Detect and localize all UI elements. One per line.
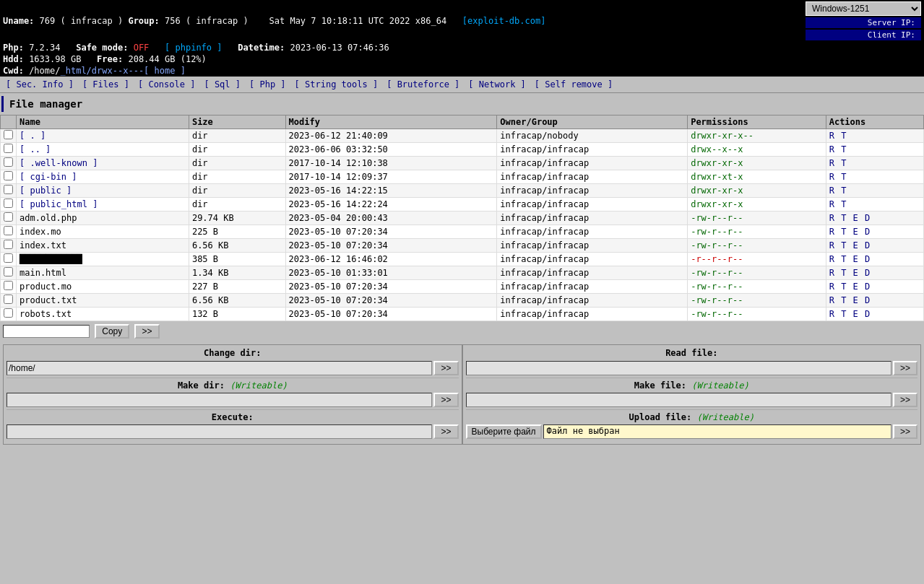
file-actions[interactable]: R T: [826, 157, 923, 170]
action-e[interactable]: E: [853, 213, 863, 223]
action-r[interactable]: R: [829, 254, 839, 264]
action-r[interactable]: R: [829, 158, 839, 168]
dir-link[interactable]: [ .. ]: [20, 144, 51, 154]
file-name[interactable]: [ cgi-bin ]: [17, 170, 189, 184]
nav-console[interactable]: [ Console ]: [134, 79, 199, 90]
make-dir-input[interactable]: [7, 393, 432, 407]
row-checkbox[interactable]: [4, 212, 13, 222]
row-checkbox[interactable]: [4, 267, 13, 276]
action-d[interactable]: D: [865, 240, 870, 250]
make-file-btn[interactable]: >>: [893, 393, 917, 407]
action-r[interactable]: R: [829, 268, 839, 278]
row-checkbox[interactable]: [4, 185, 13, 194]
make-file-input[interactable]: [466, 393, 891, 407]
row-checkbox[interactable]: [4, 144, 13, 153]
file-actions[interactable]: R T: [826, 198, 923, 212]
upload-btn[interactable]: >>: [893, 424, 917, 439]
file-actions[interactable]: R T E D: [826, 212, 923, 225]
file-actions[interactable]: R T E D: [826, 253, 923, 266]
nav-network[interactable]: [ Network ]: [464, 79, 530, 90]
action-d[interactable]: D: [865, 295, 870, 305]
action-r[interactable]: R: [829, 144, 839, 154]
action-t[interactable]: T: [841, 268, 851, 278]
action-t[interactable]: T: [841, 227, 851, 237]
file-actions[interactable]: R T: [826, 170, 923, 184]
action-r[interactable]: R: [829, 131, 839, 141]
cwd-html-link[interactable]: _html/: [61, 66, 92, 76]
action-r[interactable]: R: [829, 213, 839, 223]
action-e[interactable]: E: [853, 240, 863, 250]
row-checkbox[interactable]: [4, 226, 13, 235]
action-r[interactable]: R: [829, 282, 839, 292]
encoding-dropdown[interactable]: Windows-1251: [806, 1, 921, 16]
phpinfo-link[interactable]: [ phpinfo ]: [165, 43, 222, 53]
nav-php[interactable]: [ Php ]: [245, 79, 290, 90]
action-r[interactable]: R: [829, 186, 839, 196]
nav-files[interactable]: [ Files ]: [78, 79, 134, 90]
row-checkbox[interactable]: [4, 240, 13, 249]
row-checkbox[interactable]: [4, 130, 13, 139]
file-actions[interactable]: R T: [826, 184, 923, 198]
action-r[interactable]: R: [829, 172, 839, 182]
action-r[interactable]: R: [829, 295, 839, 305]
make-dir-btn[interactable]: >>: [433, 393, 458, 407]
row-checkbox[interactable]: [4, 157, 13, 167]
choose-file-btn[interactable]: Выберите файл: [466, 424, 542, 439]
action-t[interactable]: T: [841, 172, 846, 182]
action-e[interactable]: E: [853, 268, 863, 278]
row-checkbox[interactable]: [4, 308, 13, 318]
action-d[interactable]: D: [865, 309, 870, 319]
action-t[interactable]: T: [841, 186, 846, 196]
file-actions[interactable]: R T E D: [826, 280, 923, 294]
action-d[interactable]: D: [865, 268, 870, 278]
file-name[interactable]: [ .well-known ]: [17, 157, 189, 170]
action-e[interactable]: E: [853, 227, 863, 237]
action-d[interactable]: D: [865, 213, 870, 223]
action-t[interactable]: T: [841, 295, 851, 305]
action-t[interactable]: T: [841, 144, 846, 154]
action-d[interactable]: D: [865, 227, 870, 237]
change-dir-btn[interactable]: >>: [433, 361, 458, 375]
file-name[interactable]: [ public ]: [17, 184, 189, 198]
file-name[interactable]: [ . ]: [17, 129, 189, 143]
action-e[interactable]: E: [853, 309, 863, 319]
row-checkbox[interactable]: [4, 295, 13, 304]
action-t[interactable]: T: [841, 131, 846, 141]
row-checkbox[interactable]: [4, 253, 13, 263]
execute-btn[interactable]: >>: [433, 424, 458, 439]
nav-self-remove[interactable]: [ Self remove ]: [530, 79, 617, 90]
read-file-input[interactable]: [466, 361, 891, 375]
read-file-btn[interactable]: >>: [893, 361, 917, 375]
nav-sec-info[interactable]: [ Sec. Info ]: [1, 79, 78, 90]
change-dir-input[interactable]: [7, 361, 432, 375]
action-r[interactable]: R: [829, 309, 839, 319]
action-r[interactable]: R: [829, 240, 839, 250]
dir-link[interactable]: [ . ]: [20, 131, 46, 141]
action-r[interactable]: R: [829, 227, 839, 237]
file-actions[interactable]: R T: [826, 143, 923, 157]
action-d[interactable]: D: [865, 282, 870, 292]
action-e[interactable]: E: [853, 254, 863, 264]
file-actions[interactable]: R T E D: [826, 294, 923, 308]
cwd-home[interactable]: [ home ]: [144, 66, 186, 76]
action-t[interactable]: T: [841, 282, 851, 292]
row-checkbox[interactable]: [4, 281, 13, 290]
copy-go-button[interactable]: >>: [134, 324, 159, 339]
action-t[interactable]: T: [841, 199, 846, 209]
execute-input[interactable]: [7, 424, 432, 439]
action-t[interactable]: T: [841, 213, 851, 223]
file-name[interactable]: [ public_html ]: [17, 198, 189, 212]
nav-sql[interactable]: [ Sql ]: [199, 79, 245, 90]
action-t[interactable]: T: [841, 158, 846, 168]
file-actions[interactable]: R T E D: [826, 266, 923, 280]
action-t[interactable]: T: [841, 240, 851, 250]
action-t[interactable]: T: [841, 309, 851, 319]
action-e[interactable]: E: [853, 295, 863, 305]
file-actions[interactable]: R T E D: [826, 239, 923, 253]
file-actions[interactable]: R T E D: [826, 308, 923, 321]
dir-link[interactable]: [ public_html ]: [20, 199, 98, 209]
row-checkbox[interactable]: [4, 199, 13, 208]
nav-bruteforce[interactable]: [ Bruteforce ]: [382, 79, 464, 90]
exploit-db-link[interactable]: [exploit-db.com]: [462, 16, 546, 26]
nav-string-tools[interactable]: [ String tools ]: [290, 79, 383, 90]
